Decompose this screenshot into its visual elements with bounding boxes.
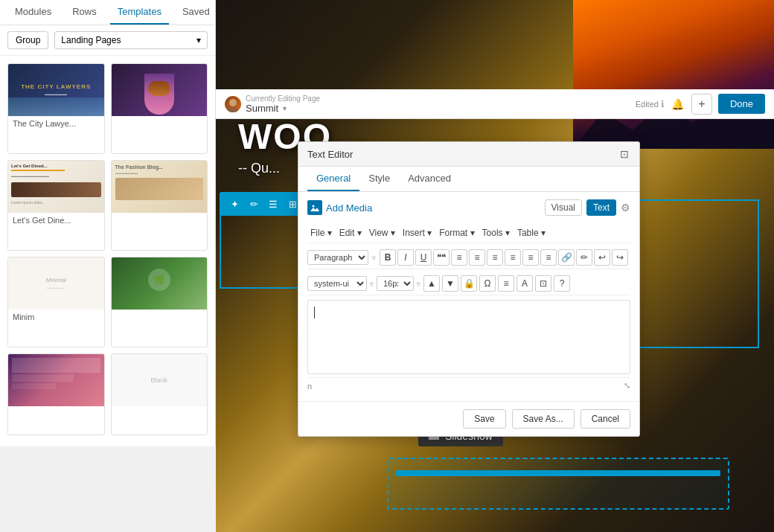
modal-footer: Save Save As... Cancel (298, 401, 639, 436)
svg-point-1 (229, 99, 237, 106)
template-thumb-nature: 🌿 (112, 257, 208, 310)
menu-view[interactable]: View ▾ (366, 226, 398, 240)
toolbar-layout-icon[interactable]: ☰ (264, 195, 282, 213)
visual-text-toggle: Visual Text ⚙ (545, 199, 630, 216)
template-label-nature (112, 310, 208, 315)
tab-style[interactable]: Style (359, 167, 399, 191)
menu-tools[interactable]: Tools ▾ (479, 226, 513, 240)
editor-resize-icon[interactable]: ⤡ (624, 381, 630, 391)
align-left-button[interactable]: ≡ (487, 249, 503, 266)
template-thumb-business2: The Fashion Blog... ━━━━━━━━━━ (112, 161, 208, 213)
menu-file[interactable]: File ▾ (307, 226, 335, 240)
menu-table[interactable]: Table ▾ (514, 226, 548, 240)
undo-button[interactable]: ↩ (594, 249, 610, 266)
italic-button[interactable]: I (397, 249, 414, 266)
menu-insert[interactable]: Insert ▾ (400, 226, 435, 240)
panel-tabs: Modules Rows Templates Saved (0, 0, 215, 25)
help-button[interactable]: ? (554, 275, 570, 292)
modal-close-icon[interactable]: ⊡ (618, 148, 630, 160)
currently-editing-label: Currently Editing Page (246, 94, 320, 103)
modal-title: Text Editor (307, 149, 353, 160)
tab-general[interactable]: General (307, 167, 359, 191)
font-up-button[interactable]: ▲ (423, 275, 440, 292)
template-thumb-blank: Blank (112, 354, 208, 406)
media-icon (307, 200, 322, 215)
indent-button[interactable]: ≡ (498, 275, 514, 292)
link-button[interactable]: 🔗 (558, 249, 575, 266)
template-card-city[interactable]: THE CITY LAWYERS ━━━━━━━━━━ The City Law… (7, 63, 105, 154)
tab-modules[interactable]: Modules (7, 0, 59, 25)
menu-format[interactable]: Format ▾ (436, 226, 477, 240)
redo-button[interactable]: ↪ (612, 249, 628, 266)
toolbar-add-icon[interactable]: ✦ (226, 195, 243, 213)
modal-header: Text Editor ⊡ (298, 142, 639, 167)
add-media-button[interactable]: Add Media (307, 200, 372, 215)
template-card-nature[interactable]: 🌿 (111, 257, 208, 347)
template-card-hair[interactable] (111, 63, 208, 154)
template-card-business[interactable]: Let's Get Dined... ━━━━━━━━━━━━━━━━━ Lor… (7, 160, 105, 251)
ol-button[interactable]: ≡ (469, 249, 485, 266)
tab-saved[interactable]: Saved (175, 0, 217, 25)
color-button[interactable]: A (516, 275, 533, 292)
ul-button[interactable]: ≡ (451, 249, 467, 266)
template-label-business2 (112, 213, 208, 219)
text-button[interactable]: Text (586, 199, 616, 216)
save-as-button[interactable]: Save As... (512, 409, 575, 429)
template-thumb-city: THE CITY LAWYERS ━━━━━━━━━━ (8, 64, 104, 116)
editor-cursor (314, 307, 315, 318)
template-thumb-business: Let's Get Dined... ━━━━━━━━━━━━━━━━━ Lor… (8, 161, 104, 213)
chevron-down-icon[interactable]: ▾ (283, 104, 287, 112)
special-char-button[interactable]: Ω (479, 275, 496, 292)
plus-button[interactable]: + (691, 94, 712, 115)
done-button[interactable]: Done (718, 94, 765, 114)
edited-badge: Edited ℹ (636, 99, 665, 109)
drop-area[interactable] (387, 458, 729, 510)
template-grid: THE CITY LAWYERS ━━━━━━━━━━ The City Law… (0, 56, 215, 443)
font-down-button[interactable]: ▼ (442, 275, 458, 292)
table-insert-button[interactable]: ⊡ (535, 275, 551, 292)
page-name-label: Summit (246, 103, 278, 114)
template-card-blank[interactable]: Blank (111, 353, 208, 435)
bold-button[interactable]: B (380, 249, 396, 266)
modal-tabs: General Style Advanced (298, 167, 639, 192)
editor-font-bar: system-ui ▾ 16px ▾ ▲ ▼ 🔒 Ω ≡ A ⊡ ? (307, 272, 630, 295)
cancel-button[interactable]: Cancel (580, 409, 630, 429)
font-size-select[interactable]: 16px (377, 276, 414, 291)
top-right-image (573, 0, 774, 149)
top-header: Currently Editing Page Summit ▾ Edited ℹ… (216, 89, 774, 119)
visual-button[interactable]: Visual (545, 199, 582, 216)
template-card-business2[interactable]: The Fashion Blog... ━━━━━━━━━━ (111, 160, 208, 251)
align-center-button[interactable]: ≡ (505, 249, 521, 266)
header-right: Edited ℹ 🔔 + Done (636, 94, 765, 115)
landing-pages-select[interactable]: Landing Pages ▾ (54, 31, 208, 49)
save-button[interactable]: Save (463, 409, 505, 429)
template-label-hair (112, 116, 208, 122)
tab-templates[interactable]: Templates (110, 0, 169, 25)
align-right-button[interactable]: ≡ (522, 249, 539, 266)
template-label-city: The City Lawye... (8, 116, 104, 131)
underline-button[interactable]: U (415, 249, 432, 266)
lock-button[interactable]: 🔒 (461, 275, 477, 292)
editor-settings-icon[interactable]: ⚙ (621, 202, 630, 214)
editor-content-area[interactable] (307, 300, 630, 374)
template-card-minim[interactable]: Minimal ━━━━━━━━ Minim (7, 257, 105, 347)
tab-advanced[interactable]: Advanced (399, 167, 460, 191)
filter-bar: Group Landing Pages ▾ (0, 25, 215, 56)
font-family-select[interactable]: system-ui (307, 276, 367, 291)
text-editor-modal: Text Editor ⊡ General Style Advanced Add… (298, 141, 640, 437)
menu-edit[interactable]: Edit ▾ (336, 226, 365, 240)
modal-body: Add Media Visual Text ⚙ File ▾ Edit ▾ Vi… (298, 192, 639, 401)
paragraph-select[interactable]: Paragraph (307, 250, 368, 265)
align-justify-button[interactable]: ≡ (540, 249, 557, 266)
editor-menu-bar: File ▾ Edit ▾ View ▾ Insert ▾ Format ▾ T… (307, 223, 630, 243)
unlink-button[interactable]: ✏ (576, 249, 592, 266)
notification-bell-icon[interactable]: 🔔 (671, 97, 685, 112)
template-card-photo[interactable] (7, 353, 105, 435)
editor-format-bar: Paragraph ▾ B I U ❝❝ ≡ ≡ ≡ ≡ ≡ ≡ 🔗 ✏ ↩ ↪ (307, 246, 630, 269)
group-filter-button[interactable]: Group (7, 31, 48, 49)
toolbar-edit-icon[interactable]: ✏ (245, 195, 263, 213)
left-panel: Modules Rows Templates Saved Group Landi… (0, 0, 216, 446)
blockquote-button[interactable]: ❝❝ (433, 249, 450, 266)
template-label-blank (112, 406, 208, 412)
tab-rows[interactable]: Rows (65, 0, 104, 25)
